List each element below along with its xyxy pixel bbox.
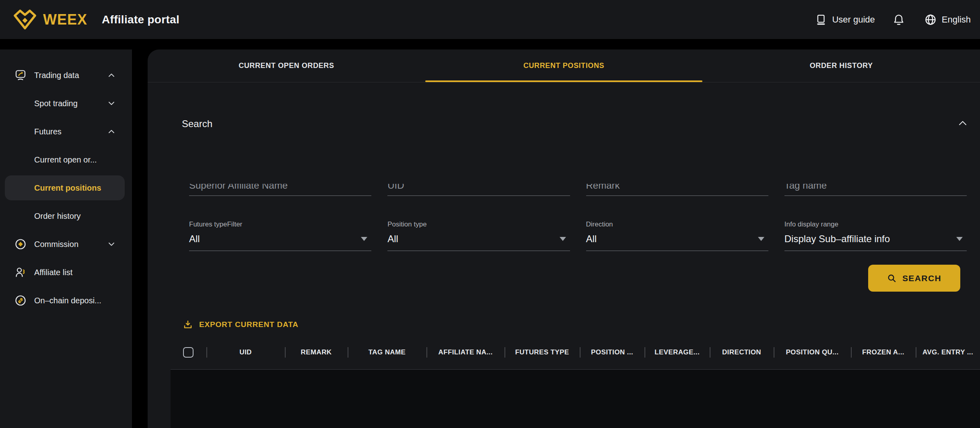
sidebar-item-futures[interactable]: Futures [5, 119, 125, 144]
column-divider [348, 347, 348, 358]
sidebar-item-label: Commission [34, 240, 78, 249]
chevron-down-icon [108, 101, 115, 106]
sidebar-item-label: On–chain deposi... [34, 296, 101, 305]
tab-bar: CURRENT OPEN ORDERS CURRENT POSITIONS OR… [148, 49, 980, 82]
table-body-empty [171, 369, 980, 428]
text-field [586, 183, 768, 196]
info-display-range-select[interactable]: Info display range Display Sub–affiliate… [784, 220, 967, 251]
dropdown-arrow-icon [361, 237, 367, 241]
column-label: DIRECTION [722, 348, 761, 356]
collapse-search-button[interactable] [958, 120, 967, 126]
main-panel: CURRENT OPEN ORDERS CURRENT POSITIONS OR… [148, 49, 980, 428]
search-select-row: Futures typeFilter All Position type All… [189, 220, 967, 251]
topbar: WEEX Affiliate portal User guide [0, 0, 980, 39]
dropdown-arrow-icon [758, 237, 764, 241]
position-type-select[interactable]: Position type All [387, 220, 570, 251]
chevron-up-icon [108, 73, 115, 78]
column-divider [710, 347, 710, 358]
chevron-up-icon [108, 129, 115, 134]
table-header-cell-select [171, 342, 206, 363]
affiliate-portal-app: WEEX Affiliate portal User guide [0, 0, 980, 428]
commission-icon [14, 238, 27, 250]
download-icon [183, 320, 193, 329]
column-divider [644, 347, 645, 358]
sidebar-item-current-positions[interactable]: Current positions [5, 175, 125, 200]
table-header-cell-leverage: LEVERAGE... [644, 342, 710, 363]
superior-affiliate-name-input[interactable] [189, 184, 371, 196]
column-label: LEVERAGE... [655, 348, 700, 356]
language-label: English [942, 14, 971, 25]
trading-data-icon [14, 69, 27, 81]
table-header-cell-position-quantity: POSITION QU... [774, 342, 851, 363]
chevron-up-icon [958, 120, 967, 126]
table-header-cell-uid: UID [206, 342, 285, 363]
search-button-label: SEARCH [902, 274, 941, 283]
column-divider [774, 347, 774, 358]
page-title: Affiliate portal [102, 13, 179, 26]
book-icon [815, 14, 827, 26]
tab-current-positions[interactable]: CURRENT POSITIONS [425, 49, 703, 82]
search-icon [887, 274, 897, 283]
sidebar-item-label: Order history [34, 212, 81, 221]
notifications-button[interactable] [892, 13, 905, 26]
weex-logo-icon [12, 9, 37, 30]
column-divider [206, 347, 207, 358]
column-divider [426, 347, 427, 358]
column-label: POSITION QU... [786, 348, 838, 356]
table-header-cell-direction: DIRECTION [710, 342, 774, 363]
chevron-down-icon [108, 242, 115, 247]
on-chain-deposit-icon [14, 294, 27, 307]
sidebar-item-affiliate-list[interactable]: Affiliate list [5, 260, 125, 285]
dropdown-arrow-icon [956, 237, 963, 241]
column-divider [916, 347, 916, 358]
select-label: Position type [387, 220, 570, 228]
tab-order-history[interactable]: ORDER HISTORY [702, 49, 980, 82]
sidebar-item-current-open-orders[interactable]: Current open or... [5, 147, 125, 172]
export-current-data-button[interactable]: EXPORT CURRENT DATA [183, 318, 299, 331]
user-guide-button[interactable]: User guide [815, 14, 875, 26]
table-header-cell-frozen-amount: FROZEN A... [851, 342, 916, 363]
export-button-label: EXPORT CURRENT DATA [199, 320, 299, 329]
direction-select[interactable]: Direction All [586, 220, 768, 251]
sidebar-item-label: Trading data [34, 71, 79, 80]
select-all-checkbox[interactable] [183, 347, 194, 358]
tab-label: ORDER HISTORY [810, 62, 873, 70]
sidebar-item-on-chain-deposit[interactable]: On–chain deposi... [5, 288, 125, 313]
tab-label: CURRENT POSITIONS [523, 62, 604, 70]
tag-name-input[interactable] [784, 184, 967, 196]
sidebar-item-label: Affiliate list [34, 268, 72, 277]
table-header-cell-tag-name: TAG NAME [348, 342, 426, 363]
search-section-title: Search [182, 118, 212, 130]
column-label: FUTURES TYPE [515, 348, 569, 356]
user-guide-label: User guide [832, 14, 875, 25]
column-label: AVG. ENTRY ... [922, 348, 973, 356]
select-value: All [189, 233, 371, 245]
column-divider [504, 347, 505, 358]
language-selector[interactable]: English [924, 13, 971, 26]
dropdown-arrow-icon [560, 237, 566, 241]
table-header-cell-affiliate-name: AFFILIATE NA... [426, 342, 504, 363]
sidebar-item-spot-trading[interactable]: Spot trading [5, 91, 125, 116]
sidebar: Trading data Spot trading Futures Curren… [0, 49, 132, 428]
text-field [189, 183, 371, 196]
column-label: FROZEN A... [862, 348, 904, 356]
sidebar-item-label: Current positions [34, 183, 101, 193]
remark-input[interactable] [586, 184, 768, 196]
table-header-cell-futures-type: FUTURES TYPE [504, 342, 580, 363]
topbar-right: User guide [815, 13, 971, 26]
column-divider [285, 347, 286, 358]
search-button[interactable]: SEARCH [868, 265, 960, 292]
tab-current-open-orders[interactable]: CURRENT OPEN ORDERS [148, 49, 425, 82]
futures-type-select[interactable]: Futures typeFilter All [189, 220, 371, 251]
column-label: AFFILIATE NA... [438, 348, 492, 356]
column-divider [580, 347, 581, 358]
uid-input[interactable] [387, 184, 570, 196]
sidebar-item-commission[interactable]: Commission [5, 232, 125, 257]
column-label: TAG NAME [369, 348, 406, 356]
column-label: POSITION ... [591, 348, 633, 356]
sidebar-item-trading-data[interactable]: Trading data [5, 63, 125, 88]
active-tab-underline [425, 80, 703, 82]
table-header: UID REMARK TAG NAME AFFILIATE NA... FUTU… [171, 342, 980, 363]
sidebar-item-order-history[interactable]: Order history [5, 204, 125, 228]
table-header-cell-avg-entry: AVG. ENTRY ... [916, 342, 980, 363]
